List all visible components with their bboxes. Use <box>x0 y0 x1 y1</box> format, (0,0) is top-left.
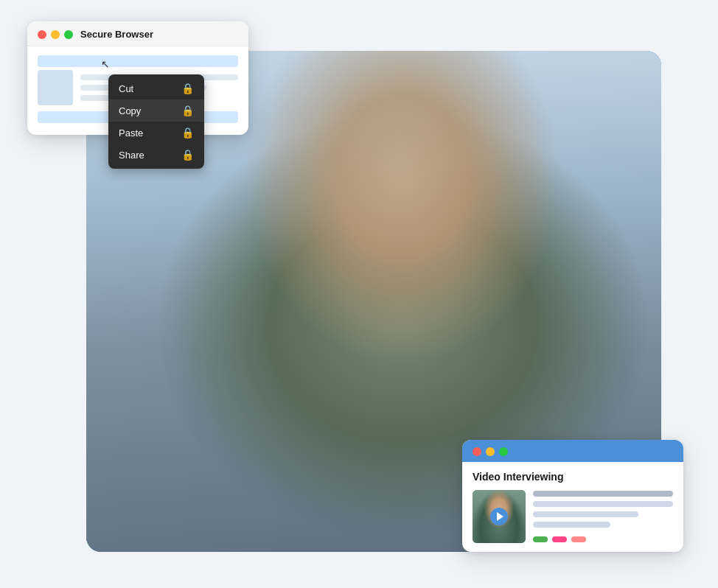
video-line-2 <box>533 501 673 507</box>
video-thumbnail[interactable] <box>473 490 526 543</box>
dot-pink <box>571 536 586 542</box>
dot-red <box>552 536 567 542</box>
menu-item-cut[interactable]: Cut 🔒 <box>108 77 204 99</box>
dot-green <box>533 536 548 542</box>
paste-label: Paste <box>119 127 143 139</box>
video-traffic-light-green[interactable] <box>499 447 508 456</box>
play-triangle-icon <box>497 512 503 521</box>
menu-item-copy[interactable]: Copy 🔒 <box>108 99 204 122</box>
play-button[interactable] <box>490 508 508 525</box>
video-card-titlebar <box>462 440 683 462</box>
video-traffic-light-yellow[interactable] <box>486 447 495 456</box>
menu-item-paste[interactable]: Paste 🔒 <box>108 122 204 144</box>
traffic-light-red[interactable] <box>38 30 46 39</box>
copy-lock-icon: 🔒 <box>181 105 194 116</box>
video-content <box>473 490 673 543</box>
main-scene: Secure Browser ↖ Cut 🔒 <box>27 21 691 567</box>
video-lines <box>533 490 673 543</box>
menu-item-share[interactable]: Share 🔒 <box>108 144 204 166</box>
traffic-light-green[interactable] <box>64 30 73 39</box>
content-thumbnail <box>38 70 73 105</box>
share-label: Share <box>119 150 144 161</box>
video-line-1 <box>533 491 673 497</box>
video-dots <box>533 536 673 542</box>
traffic-light-yellow[interactable] <box>51 30 60 39</box>
video-card-title: Video Interviewing <box>473 471 673 483</box>
cursor-indicator: ↖ <box>101 58 107 67</box>
video-interviewing-card: Video Interviewing <box>462 440 683 552</box>
video-line-4 <box>533 522 610 528</box>
cut-lock-icon: 🔒 <box>181 83 194 94</box>
video-card-body: Video Interviewing <box>462 462 683 552</box>
video-traffic-light-red[interactable] <box>473 447 481 456</box>
paste-lock-icon: 🔒 <box>181 127 194 139</box>
share-lock-icon: 🔒 <box>181 149 194 161</box>
video-line-3 <box>533 511 638 517</box>
copy-label: Copy <box>119 105 141 116</box>
card-titlebar: Secure Browser <box>27 21 248 46</box>
context-menu: Cut 🔒 Copy 🔒 Paste 🔒 Share 🔒 <box>108 74 204 169</box>
highlight-row <box>38 55 238 67</box>
secure-browser-card: Secure Browser ↖ Cut 🔒 <box>27 21 248 135</box>
secure-browser-title: Secure Browser <box>80 29 153 40</box>
cut-label: Cut <box>119 83 133 94</box>
